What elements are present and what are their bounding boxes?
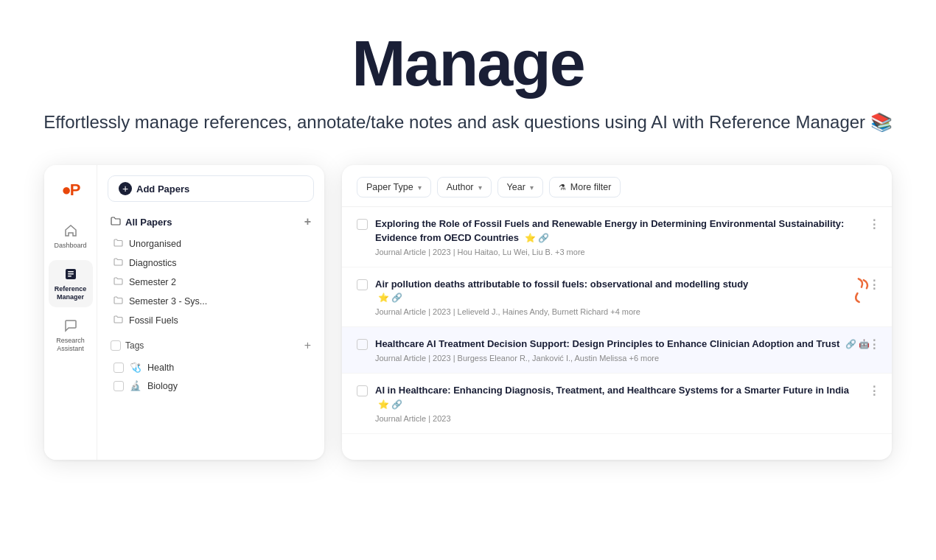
- paper-content: Healthcare AI Treatment Decision Support…: [375, 337, 877, 363]
- chevron-down-icon: ▾: [478, 183, 482, 192]
- add-papers-label: Add Papers: [136, 183, 189, 195]
- folder-semester3-label: Semester 3 - Sys...: [129, 296, 207, 307]
- ui-panels: ●P Dashboard: [0, 165, 936, 460]
- more-filter-label: More filter: [570, 182, 612, 192]
- filter-author-label: Author: [447, 182, 474, 192]
- filter-paper-type[interactable]: Paper Type ▾: [357, 177, 431, 197]
- paper-title: Healthcare AI Treatment Decision Support…: [375, 337, 877, 351]
- hero-subtitle: Effortlessly manage references, annotate…: [15, 109, 921, 136]
- left-panel: ●P Dashboard: [44, 165, 324, 460]
- folder-fossil-fuels-label: Fossil Fuels: [129, 315, 178, 326]
- chevron-down-icon: ▾: [418, 183, 422, 192]
- tags-checkbox[interactable]: [111, 340, 121, 351]
- paper-item[interactable]: AI in Healthcare: Enhancing Diagnosis, T…: [342, 374, 892, 433]
- tag-health[interactable]: 🩺 Health: [108, 358, 314, 377]
- folder-icon: [113, 276, 123, 288]
- svg-rect-1: [68, 271, 74, 273]
- app-logo: ●P: [57, 177, 84, 203]
- sidebar-item-dashboard[interactable]: Dashboard: [49, 217, 93, 256]
- paper-icons: ⭐ 🔗: [378, 292, 402, 304]
- chat-icon: [63, 318, 79, 334]
- all-papers-label: All Papers: [125, 217, 172, 228]
- svg-rect-2: [68, 273, 74, 275]
- tag-health-checkbox[interactable]: [113, 363, 124, 373]
- tag-biology-emoji: 🔬: [130, 380, 142, 391]
- filter-year[interactable]: Year ▾: [497, 177, 543, 197]
- folder-icon: [113, 315, 123, 326]
- filter-icon: ⚗: [559, 183, 566, 192]
- paper-checkbox[interactable]: [357, 339, 368, 350]
- paper-meta: Journal Article | 2023: [375, 414, 877, 423]
- hero-section: Manage Effortlessly manage references, a…: [0, 0, 936, 158]
- book-icon: [63, 266, 79, 282]
- filter-paper-type-label: Paper Type: [366, 182, 413, 192]
- tags-label: Tags: [125, 340, 144, 351]
- paper-meta: Journal Article | 2023 | Lelieveld J., H…: [375, 307, 877, 316]
- hero-title: Manage: [15, 29, 921, 97]
- add-folder-button[interactable]: +: [304, 215, 311, 228]
- add-icon: +: [119, 182, 132, 195]
- paper-checkbox[interactable]: [357, 219, 368, 230]
- filter-bar: Paper Type ▾ Author ▾ Year ▾ ⚗ More filt…: [342, 165, 892, 207]
- paper-checkbox[interactable]: [357, 385, 368, 396]
- paper-item[interactable]: Healthcare AI Treatment Decision Support…: [342, 327, 892, 374]
- paper-more-button[interactable]: ⋮: [868, 384, 880, 398]
- sidebar-item-reference-manager[interactable]: Reference Manager: [49, 260, 93, 307]
- paper-icons: ⭐ 🔗: [378, 399, 402, 411]
- left-content: + Add Papers All Papers +: [97, 165, 324, 460]
- paper-title: Exploring the Role of Fossil Fuels and R…: [375, 217, 877, 244]
- sidebar-label-research-assistant: Research Assistant: [53, 337, 88, 353]
- paper-icons: ⭐ 🔗: [525, 232, 549, 245]
- folder-unorganised[interactable]: Unorganised: [108, 234, 314, 253]
- folders-section: All Papers + Unorganised: [108, 212, 314, 330]
- paper-content: AI in Healthcare: Enhancing Diagnosis, T…: [375, 384, 877, 422]
- paper-more-button[interactable]: ⋮: [868, 217, 880, 231]
- folder-semester3[interactable]: Semester 3 - Sys...: [108, 292, 314, 311]
- folder-icon: [113, 257, 123, 269]
- right-panel: Paper Type ▾ Author ▾ Year ▾ ⚗ More filt…: [342, 165, 892, 460]
- home-icon: [63, 223, 79, 239]
- add-tag-button[interactable]: +: [304, 339, 311, 352]
- tag-biology-checkbox[interactable]: [113, 381, 124, 391]
- folder-open-icon: [111, 216, 121, 228]
- tags-section: Tags + 🩺 Health 🔬 Biology: [108, 336, 314, 395]
- folder-semester2[interactable]: Semester 2: [108, 273, 314, 292]
- papers-list: Exploring the Role of Fossil Fuels and R…: [342, 207, 892, 460]
- folder-diagnostics-label: Diagnostics: [129, 258, 177, 268]
- sidebar: ●P Dashboard: [44, 165, 97, 460]
- folder-diagnostics[interactable]: Diagnostics: [108, 253, 314, 273]
- paper-meta: Journal Article | 2023 | Burgess Eleanor…: [375, 354, 877, 363]
- folder-icon: [113, 295, 123, 307]
- folder-unorganised-label: Unorganised: [129, 239, 181, 249]
- paper-checkbox[interactable]: [357, 279, 368, 290]
- folder-fossil-fuels[interactable]: Fossil Fuels: [108, 311, 314, 330]
- more-filter-button[interactable]: ⚗ More filter: [549, 177, 621, 197]
- chevron-down-icon: ▾: [530, 183, 534, 192]
- paper-title: AI in Healthcare: Enhancing Diagnosis, T…: [375, 384, 877, 410]
- paper-title: Air pollution deaths attributable to fos…: [375, 278, 877, 304]
- paper-item[interactable]: Air pollution deaths attributable to fos…: [342, 267, 892, 327]
- folder-semester2-label: Semester 2: [129, 277, 176, 287]
- sidebar-item-research-assistant[interactable]: Research Assistant: [49, 312, 93, 359]
- sidebar-label-reference-manager: Reference Manager: [53, 285, 88, 301]
- paper-more-button[interactable]: ⋮: [868, 337, 880, 351]
- paper-item[interactable]: Exploring the Role of Fossil Fuels and R…: [342, 207, 892, 267]
- tag-biology-label: Biology: [147, 381, 178, 391]
- filter-year-label: Year: [507, 182, 525, 192]
- paper-icons: 🔗 🤖: [845, 338, 870, 351]
- sidebar-label-dashboard: Dashboard: [54, 242, 86, 250]
- folder-icon: [113, 238, 123, 250]
- paper-content: Air pollution deaths attributable to fos…: [375, 278, 877, 316]
- tag-health-emoji: 🩺: [130, 362, 142, 373]
- tag-biology[interactable]: 🔬 Biology: [108, 377, 314, 395]
- tags-header: Tags +: [108, 336, 314, 355]
- paper-meta: Journal Article | 2023 | Hou Haitao, Lu …: [375, 248, 877, 256]
- svg-rect-3: [68, 276, 71, 277]
- folders-header: All Papers +: [108, 212, 314, 231]
- paper-content: Exploring the Role of Fossil Fuels and R…: [375, 217, 877, 256]
- tag-health-label: Health: [147, 363, 174, 373]
- add-papers-button[interactable]: + Add Papers: [108, 175, 314, 202]
- filter-author[interactable]: Author ▾: [437, 177, 492, 197]
